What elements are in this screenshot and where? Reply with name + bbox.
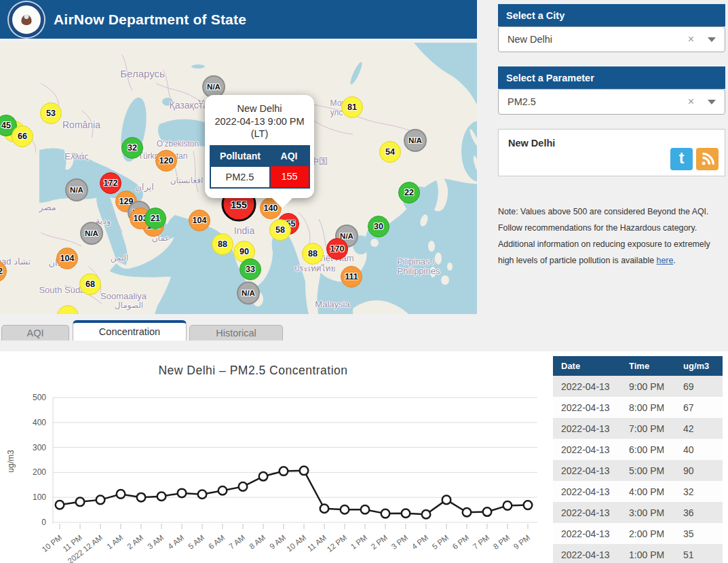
aqi-marker-value: N/A — [207, 83, 221, 91]
aqi-marker-value: 45 — [1, 121, 11, 130]
concentration-table: Date Time ug/m3 2022-04-139:00 PM692022-… — [553, 356, 723, 563]
aqi-marker[interactable]: 21 — [145, 208, 166, 229]
table-cell: 6:00 PM — [629, 444, 683, 455]
aqi-note: Note: Values above 500 are considered Be… — [498, 203, 726, 269]
aqi-marker-value: 54 — [385, 147, 395, 157]
table-cell: 2022-04-13 — [553, 402, 629, 413]
aqi-marker-value: 30 — [374, 222, 383, 231]
aqi-marker[interactable]: N/A — [237, 282, 260, 305]
table-row: 2022-04-136:00 PM40 — [553, 439, 723, 460]
table-cell: 2022-04-13 — [553, 423, 629, 434]
svg-text:200: 200 — [33, 467, 46, 477]
svg-text:8 AM: 8 AM — [248, 533, 267, 551]
rss-icon[interactable] — [696, 148, 719, 170]
table-row: 2022-04-134:00 PM32 — [553, 481, 723, 502]
aqi-marker[interactable]: 66 — [12, 125, 33, 147]
bottom-panel: New Delhi – PM2.5 Concentration010020030… — [0, 351, 728, 563]
aqi-marker-value: 88 — [308, 249, 318, 258]
city-share-card: New Delhi t — [498, 129, 725, 176]
city-select-value: New Delhi — [507, 34, 688, 45]
aqi-marker-value: 21 — [151, 214, 160, 223]
map[interactable]: БеларусьУкраїнаRomâniaΕλλάςTürkiyeҚазақс… — [0, 43, 477, 314]
svg-text:300: 300 — [33, 443, 46, 452]
table-header-row: Date Time ug/m3 — [553, 356, 723, 376]
city-clear-icon[interactable]: × — [688, 34, 694, 45]
svg-text:0: 0 — [41, 518, 46, 527]
parameter-clear-icon[interactable]: × — [688, 96, 694, 107]
table-cell: 2:00 PM — [629, 528, 683, 539]
table-row: 2022-04-133:00 PM36 — [553, 502, 723, 523]
svg-text:9 PM: 9 PM — [512, 533, 532, 551]
svg-text:400: 400 — [33, 418, 46, 427]
aqi-marker-value: 170 — [330, 244, 345, 254]
aqi-marker[interactable]: 30 — [368, 216, 389, 237]
svg-text:2 PM: 2 PM — [370, 533, 389, 551]
popup-aqi-header: AQI — [270, 146, 309, 166]
aqi-marker-value: 155 — [231, 199, 246, 210]
city-select[interactable]: New Delhi × — [498, 26, 725, 52]
svg-text:New Delhi – PM2.5 Concentratio: New Delhi – PM2.5 Concentration — [158, 364, 347, 377]
aqi-marker-value: 104 — [60, 254, 75, 263]
aqi-marker[interactable]: N/A — [404, 129, 427, 152]
aqi-marker[interactable]: 81 — [341, 96, 363, 118]
svg-text:9 AM: 9 AM — [268, 533, 287, 551]
aqi-marker-value: N/A — [408, 136, 422, 144]
tab-concentration[interactable]: Concentration — [73, 320, 187, 341]
aqi-marker[interactable]: 104 — [189, 210, 210, 231]
app-title: AirNow Department of State — [54, 12, 246, 28]
city-chevron-down-icon[interactable] — [708, 37, 716, 42]
popup-timezone: (LT) — [208, 128, 311, 140]
svg-text:10 PM: 10 PM — [41, 533, 64, 554]
twitter-icon[interactable]: t — [670, 148, 693, 170]
select-parameter-header: Select a Parameter — [498, 66, 725, 89]
aqi-marker[interactable]: 88 — [302, 243, 324, 265]
aqi-marker[interactable]: 104 — [56, 248, 78, 269]
svg-text:12 PM: 12 PM — [326, 533, 349, 554]
table-cell: 9:00 PM — [629, 381, 683, 392]
aqi-marker[interactable]: N/A — [80, 222, 103, 245]
aqi-marker-value: 22 — [404, 188, 414, 197]
table-cell: 67 — [683, 402, 723, 413]
aqi-marker-value: N/A — [85, 229, 98, 237]
popup-pollutant-value: PM2.5 — [210, 166, 270, 188]
table-body: 2022-04-139:00 PM692022-04-138:00 PM6720… — [553, 376, 723, 563]
aqi-marker[interactable]: 111 — [341, 266, 362, 288]
table-cell: 2022-04-13 — [553, 381, 629, 392]
svg-text:3 PM: 3 PM — [390, 533, 410, 551]
aqi-marker[interactable]: 22 — [398, 182, 420, 203]
aqi-marker[interactable]: 53 — [40, 102, 62, 124]
svg-text:ug/m3: ug/m3 — [6, 450, 16, 473]
aqi-marker[interactable]: 58 — [269, 219, 291, 241]
aqi-marker[interactable]: N/A — [65, 178, 88, 201]
aqi-marker[interactable]: 33 — [240, 258, 261, 280]
note-here-link[interactable]: here — [657, 256, 674, 265]
aqi-marker[interactable]: 170 — [326, 238, 348, 260]
aqi-marker-value: 90 — [240, 247, 249, 256]
table-row: 2022-04-135:00 PM90 — [553, 460, 723, 481]
aqi-marker-value: 68 — [85, 279, 95, 289]
svg-text:1 AM: 1 AM — [105, 533, 124, 551]
svg-text:11 AM: 11 AM — [306, 533, 328, 553]
aqi-marker[interactable]: 88 — [212, 233, 233, 255]
table-cell: 1:00 PM — [629, 549, 683, 560]
svg-text:500: 500 — [33, 393, 46, 402]
parameter-select[interactable]: PM2.5 × — [498, 89, 725, 115]
parameter-chevron-down-icon[interactable] — [708, 100, 716, 104]
aqi-marker[interactable]: 32 — [121, 137, 143, 159]
col-date: Date — [553, 361, 629, 371]
aqi-marker[interactable]: 120 — [155, 150, 177, 172]
aqi-marker[interactable]: 54 — [379, 141, 401, 163]
aqi-marker-value: 66 — [18, 132, 27, 141]
aqi-marker[interactable]: 68 — [79, 273, 101, 295]
tab-historical[interactable]: Historical — [189, 325, 283, 341]
state-department-seal-icon — [9, 2, 44, 37]
popup-city: New Delhi — [208, 102, 311, 115]
svg-text:5 PM: 5 PM — [431, 533, 451, 551]
svg-text:4 AM: 4 AM — [166, 533, 185, 551]
aqi-marker[interactable]: 172 — [100, 172, 121, 194]
table-row: 2022-04-138:00 PM67 — [553, 397, 723, 418]
aqi-marker-value: 33 — [246, 265, 255, 274]
note-text: Note: Values above 500 are considered Be… — [498, 207, 710, 265]
tab-aqi[interactable]: AQI — [1, 325, 69, 341]
svg-text:3 AM: 3 AM — [146, 533, 165, 551]
